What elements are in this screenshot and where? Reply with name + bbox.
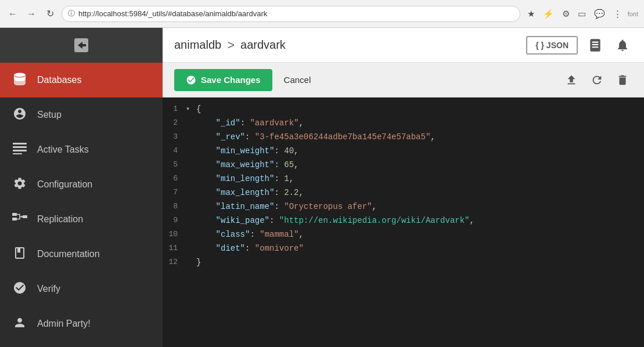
toolbar-left: Save Changes Cancel	[174, 69, 315, 91]
lock-icon: ⓘ	[68, 9, 75, 19]
line-content: "wiki_page": "http://en.wikipedia.org/wi…	[194, 214, 474, 227]
line-number: 11	[163, 242, 186, 255]
line-number: 8	[163, 200, 186, 213]
save-changes-button[interactable]: Save Changes	[174, 69, 272, 91]
sidebar-logo-button[interactable]	[67, 31, 96, 60]
sidebar-item-databases-label: Databases	[37, 75, 82, 85]
breadcrumb-separator: >	[227, 38, 235, 53]
svg-rect-8	[23, 215, 27, 218]
code-line: 12 }	[163, 255, 644, 269]
svg-rect-6	[12, 213, 17, 216]
refresh-button[interactable]	[587, 70, 607, 90]
code-line: 4 "min_weight": 40,	[163, 144, 644, 158]
breadcrumb: animaldb > aardvark	[174, 38, 286, 53]
documentation-icon	[12, 246, 28, 263]
menu-button[interactable]: ⋮	[611, 6, 624, 21]
line-content: }	[194, 256, 201, 269]
font-label: font	[628, 10, 638, 17]
top-bar: animaldb > aardvark { } JSON	[163, 28, 644, 63]
sidebar-item-active-tasks[interactable]: Active Tasks	[0, 132, 163, 167]
code-line: 7 "max_length": 2.2,	[163, 186, 644, 200]
breadcrumb-doc[interactable]: aardvark	[240, 38, 286, 52]
svg-rect-2	[13, 143, 27, 144]
toolbar-right	[562, 70, 632, 90]
line-content: "latin_name": "Orycteropus afer",	[194, 200, 377, 213]
code-line: 3 "_rev": "3-fe45a3e06244adbe7ba145e74e5…	[163, 130, 644, 144]
code-line: 2 "_id": "aardvark",	[163, 116, 644, 130]
json-button[interactable]: { } JSON	[526, 36, 578, 55]
browser-chrome: ← → ↻ ⓘ http://localhost:5984/_utils/#da…	[0, 0, 644, 28]
upload-button[interactable]	[562, 70, 581, 90]
svg-rect-4	[13, 150, 27, 151]
lightning-button[interactable]: ⚡	[541, 6, 556, 21]
sidebar-item-admin-party-label: Admin Party!	[37, 319, 91, 329]
admin-party-icon	[12, 316, 28, 332]
toolbar: Save Changes Cancel	[163, 63, 644, 97]
line-number: 3	[163, 131, 186, 143]
code-line: 11 "diet": "omnivore"	[163, 241, 644, 255]
line-content: "min_weight": 40,	[194, 144, 298, 157]
refresh-browser-button[interactable]: ↻	[43, 7, 57, 21]
sidebar-item-setup-label: Setup	[37, 110, 62, 120]
code-line: 1▾{	[163, 102, 644, 116]
line-number: 9	[163, 214, 186, 227]
sidebar-item-databases[interactable]: Databases	[0, 63, 163, 97]
line-number: 6	[163, 172, 186, 185]
line-content: "max_length": 2.2,	[194, 186, 304, 199]
forward-button[interactable]: →	[24, 7, 38, 21]
line-content: "class": "mammal",	[194, 228, 304, 241]
star-button[interactable]: ★	[525, 6, 537, 21]
bell-button[interactable]	[613, 35, 632, 56]
main-content: animaldb > aardvark { } JSON	[163, 28, 644, 347]
code-line: 8 "latin_name": "Orycteropus afer",	[163, 200, 644, 214]
code-line: 10 "class": "mammal",	[163, 227, 644, 241]
sidebar-item-replication-label: Replication	[37, 214, 83, 225]
extension-button[interactable]: ▭	[575, 6, 588, 21]
setup-icon	[12, 107, 28, 124]
sidebar-item-replication[interactable]: Replication	[0, 202, 163, 237]
url-text: http://localhost:5984/_utils/#database/a…	[78, 9, 267, 18]
sidebar-item-setup[interactable]: Setup	[0, 97, 163, 132]
line-number: 7	[163, 186, 186, 199]
book-icon-button[interactable]	[585, 35, 606, 56]
code-editor[interactable]: 1▾{2 "_id": "aardvark",3 "_rev": "3-fe45…	[163, 97, 644, 347]
databases-icon	[12, 73, 28, 88]
line-content: "_id": "aardvark",	[194, 117, 304, 129]
code-line: 5 "max_weight": 65,	[163, 158, 644, 172]
line-number: 5	[163, 158, 186, 171]
delete-button[interactable]	[613, 70, 632, 90]
verify-icon	[12, 281, 28, 298]
line-number: 1	[163, 103, 186, 115]
sidebar-header	[0, 28, 163, 63]
sidebar-item-verify-label: Verify	[37, 284, 60, 294]
line-content: "diet": "omnivore"	[194, 242, 304, 255]
back-button[interactable]: ←	[6, 7, 20, 21]
code-line: 6 "min_length": 1,	[163, 172, 644, 186]
line-number: 4	[163, 144, 186, 157]
line-content: "max_weight": 65,	[194, 158, 298, 171]
svg-rect-7	[12, 218, 17, 221]
app-container: Databases Setup Active Tasks	[0, 28, 644, 347]
sidebar-item-verify[interactable]: Verify	[0, 272, 163, 306]
sidebar-item-documentation[interactable]: Documentation	[0, 237, 163, 272]
code-line: 9 "wiki_page": "http://en.wikipedia.org/…	[163, 214, 644, 227]
settings-circle-button[interactable]: ⚙	[560, 6, 572, 21]
svg-rect-3	[13, 146, 27, 148]
line-number: 12	[163, 256, 186, 269]
active-tasks-icon	[12, 143, 28, 157]
svg-point-1	[14, 73, 26, 77]
fold-arrow[interactable]: ▾	[186, 103, 194, 115]
sidebar-item-admin-party[interactable]: Admin Party!	[0, 306, 163, 341]
cancel-button[interactable]: Cancel	[279, 69, 316, 91]
svg-rect-5	[13, 153, 22, 154]
chat-button[interactable]: 💬	[592, 6, 607, 21]
sidebar-item-active-tasks-label: Active Tasks	[37, 144, 89, 155]
line-number: 2	[163, 117, 186, 129]
browser-actions: ★ ⚡ ⚙ ▭ 💬 ⋮ font	[525, 6, 638, 21]
breadcrumb-db[interactable]: animaldb	[174, 38, 221, 52]
replication-icon	[12, 212, 28, 227]
line-content: "_rev": "3-fe45a3e06244adbe7ba145e74e57a…	[194, 131, 436, 143]
line-content: {	[194, 103, 201, 115]
address-bar[interactable]: ⓘ http://localhost:5984/_utils/#database…	[62, 6, 520, 22]
sidebar-item-configuration[interactable]: Configuration	[0, 167, 163, 202]
